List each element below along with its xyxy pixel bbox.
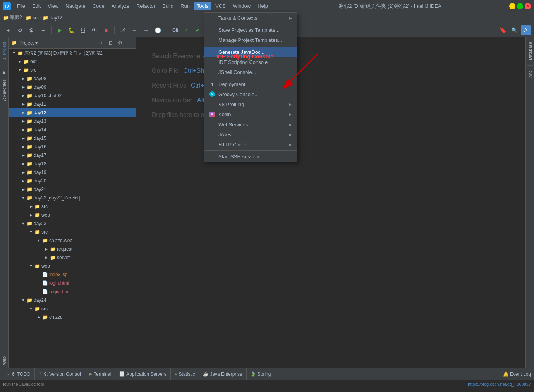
info-bar-url[interactable]: https://blog.csdn.net/qq_4368857 — [468, 382, 531, 387]
tree-item-servlet[interactable]: ▶ 📁 servlet — [9, 253, 136, 262]
tree-item-day16[interactable]: ▶ 📁 day16 — [9, 143, 136, 151]
toolbar-stop-button[interactable]: ■ — [101, 25, 111, 35]
tree-item-day22[interactable]: ▼ 📁 day22 [day22_Servlet] — [9, 194, 136, 202]
toolbar-debug-button[interactable]: 🐛 — [66, 25, 76, 35]
menu-build[interactable]: Build — [159, 2, 177, 10]
tree-root[interactable]: ▼ 📁 寒假2 [寒假3] D:\新建文件夹 (2)\寒假2 — [9, 49, 136, 57]
menu-deployment[interactable]: ⬆ Deployment ▶ — [204, 79, 297, 89]
menu-ide-scripting[interactable]: IDE Scripting Console — [204, 57, 297, 67]
tree-item-login-html[interactable]: 📄 login.html — [9, 279, 136, 287]
panel-gear-button[interactable]: ⚙ — [117, 40, 124, 46]
tree-item-day22-src[interactable]: ▶ 📁 src — [9, 202, 136, 211]
panel-close-button[interactable]: − — [126, 40, 133, 46]
status-tab-terminal[interactable]: ▶ Terminal — [85, 368, 115, 380]
close-button[interactable]: × — [525, 3, 531, 9]
breadcrumb[interactable]: 📁 寒假2 › 📁 src › 📁 day12 — [3, 14, 62, 21]
menu-manage-templates[interactable]: Manage Project Templates... — [204, 35, 297, 45]
toolbar-bookmarks-button[interactable]: 🔖 — [498, 25, 508, 35]
menu-file[interactable]: File — [14, 2, 28, 10]
tree-item-day20[interactable]: ▶ 📁 day20 — [9, 177, 136, 185]
tree-item-day13[interactable]: ▶ 📁 day13 — [9, 117, 136, 126]
toolbar-sync-button[interactable]: ⟲ — [15, 25, 25, 35]
menu-webservices[interactable]: WebServices ▶ — [204, 119, 297, 129]
tree-item-src[interactable]: ▼ 📁 src — [9, 66, 136, 74]
status-tab-statistic[interactable]: ● Statistic — [171, 368, 199, 380]
toolbar-coverage-button[interactable]: ⛾ — [78, 25, 88, 35]
menu-vcs[interactable]: VCS — [212, 2, 229, 10]
menu-code[interactable]: Code — [89, 2, 108, 10]
tree-item-day14[interactable]: ▶ 📁 day14 — [9, 126, 136, 134]
tree-item-day09[interactable]: ▶ 📁 day09 — [9, 83, 136, 91]
menu-jaxb[interactable]: JAXB ▶ — [204, 129, 297, 139]
menu-v8[interactable]: V8 Profiling ▶ — [204, 99, 297, 109]
tree-item-regist-html[interactable]: 📄 regist.html — [9, 287, 136, 296]
tree-item-day21[interactable]: ▶ 📁 day21 — [9, 185, 136, 194]
toolbar-vcs-button[interactable]: ⎇ — [118, 25, 128, 35]
tree-item-day15[interactable]: ▶ 📁 day15 — [9, 134, 136, 143]
event-log-label[interactable]: 🔔 Event Log — [503, 371, 531, 377]
menu-analyze[interactable]: Analyze — [108, 2, 132, 10]
panel-collapse-button[interactable]: ⊟ — [107, 40, 114, 46]
tree-item-cn-zzd[interactable]: ▶ 📁 cn.zzd — [9, 313, 136, 322]
menu-groovy[interactable]: G Groovy Console... — [204, 89, 297, 99]
sidebar-tab-favorites[interactable]: 2: Favorites — [1, 77, 8, 104]
menu-view[interactable]: View — [45, 2, 62, 10]
tree-item-day23-web[interactable]: ▼ 📁 web — [9, 262, 136, 270]
status-tab-todo[interactable]: ✓ 6: TODO — [3, 368, 35, 380]
menu-save-project[interactable]: Save Project as Template... — [204, 25, 297, 35]
tree-item-day24[interactable]: ▼ 📁 day24 — [9, 296, 136, 304]
menu-generate-javadoc[interactable]: Generate JavaDoc... — [204, 47, 297, 57]
tree-item-day19[interactable]: ▶ 📁 day19 — [9, 168, 136, 177]
menu-kotlin[interactable]: K Kotlin ▶ — [204, 109, 297, 119]
tree-item-day17[interactable]: ▶ 📁 day17 — [9, 151, 136, 160]
toolbar-profile-button[interactable]: 👁 — [89, 25, 100, 35]
favorites-star[interactable]: ★ — [0, 68, 8, 77]
menu-navigate[interactable]: Navigate — [62, 2, 88, 10]
toolbar-back-button[interactable]: ← — [129, 25, 139, 35]
toolbar-git-push[interactable]: ✔ — [193, 25, 203, 35]
tree-item-day24-src[interactable]: ▼ 📁 src — [9, 304, 136, 313]
tree-item-cn-zzd-web[interactable]: ▼ 📁 cn.zzd.web — [9, 236, 136, 245]
tree-item-day23[interactable]: ▼ 📁 day23 — [9, 219, 136, 228]
tree-item-out[interactable]: ▶ 📁 out — [9, 57, 136, 66]
toolbar-settings-button[interactable]: ⚙ — [26, 25, 36, 35]
tree-item-day18[interactable]: ▶ 📁 day18 — [9, 160, 136, 168]
menu-run[interactable]: Run — [177, 2, 193, 10]
menu-window[interactable]: Window — [230, 2, 254, 10]
tree-item-request[interactable]: ▶ 📁 request — [9, 245, 136, 253]
tree-item-day10[interactable]: ▶ 📁 day10.chat02 — [9, 91, 136, 100]
menu-http-client[interactable]: HTTP Client ▶ — [204, 139, 297, 150]
sidebar-tab-web[interactable]: Web — [1, 353, 8, 368]
toolbar-settings2-button[interactable]: A — [521, 25, 531, 35]
tree-item-day08[interactable]: ▶ 📁 day08 — [9, 74, 136, 83]
toolbar-history-button[interactable]: 🕐 — [153, 25, 163, 35]
menu-ssh[interactable]: Start SSH session... — [204, 151, 297, 162]
status-tab-appservers[interactable]: ⬜ Application Servers — [115, 368, 170, 380]
panel-add-button[interactable]: + — [98, 40, 105, 46]
status-tab-spring[interactable]: 🍃 Spring — [247, 368, 275, 380]
tree-item-day11[interactable]: ▶ 📁 day11 — [9, 100, 136, 108]
menu-refactor[interactable]: Refactor — [133, 2, 158, 10]
maximize-button[interactable]: □ — [517, 3, 523, 9]
toolbar-run-button[interactable]: ▶ — [55, 25, 65, 35]
toolbar-add-button[interactable]: + — [3, 25, 13, 35]
toolbar-forward-button[interactable]: → — [141, 25, 151, 35]
right-tab-database[interactable]: Database — [527, 39, 534, 63]
right-tab-ant[interactable]: Ant — [527, 68, 534, 81]
toolbar-search-button[interactable]: 🔍 — [509, 25, 519, 35]
minimize-button[interactable]: − — [509, 3, 515, 9]
toolbar-git-commit[interactable]: ✓ — [181, 25, 191, 35]
menu-tools[interactable]: Tools — [194, 2, 211, 10]
tree-item-day22-web[interactable]: ▶ 📁 web — [9, 211, 136, 219]
toolbar-collapse-button[interactable]: − — [38, 25, 48, 35]
status-tab-java-enterprise[interactable]: ☕ Java Enterprise — [199, 368, 246, 380]
menu-help[interactable]: Help — [254, 2, 271, 10]
tree-item-index-jsp[interactable]: 📄 index.jsp — [9, 270, 136, 279]
tree-item-day12[interactable]: ▶ 📁 day12 — [9, 108, 136, 117]
menu-jshell[interactable]: JShell Console... — [204, 67, 297, 77]
tree-item-day23-src[interactable]: ▼ 📁 src — [9, 228, 136, 236]
menu-tasks-contexts[interactable]: Tasks & Contexts ▶ — [204, 13, 297, 23]
menu-edit[interactable]: Edit — [29, 2, 44, 10]
sidebar-tab-project[interactable]: 1: Project — [1, 39, 8, 63]
status-tab-vcs[interactable]: ⑨ 9: Version Control — [35, 368, 85, 380]
